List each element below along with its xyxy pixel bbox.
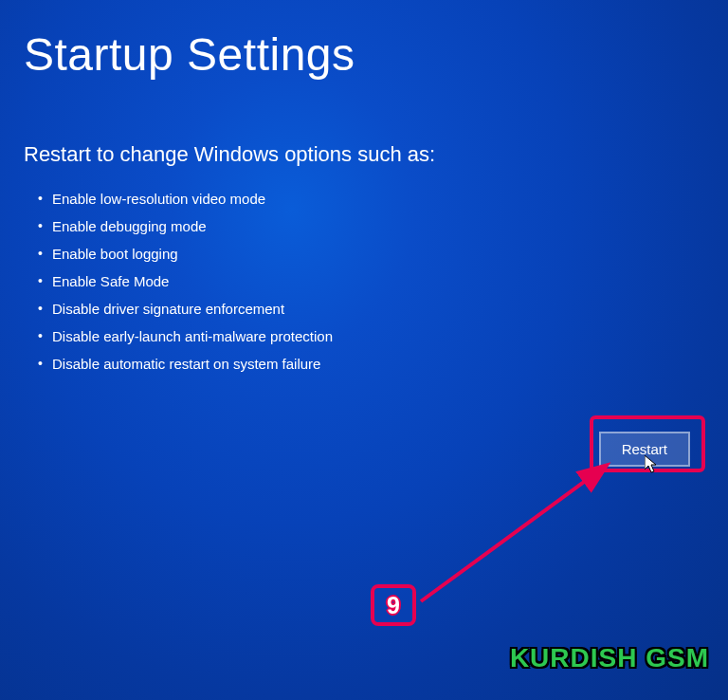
list-item: Disable driver signature enforcement <box>38 301 704 317</box>
page-subtitle: Restart to change Windows options such a… <box>24 142 704 167</box>
step-number-annotation: 9 <box>371 584 416 626</box>
arrow-annotation <box>417 461 616 603</box>
watermark-text: KURDISH GSM <box>510 643 709 673</box>
options-list: Enable low-resolution video mode Enable … <box>24 191 704 372</box>
svg-line-1 <box>421 467 605 601</box>
restart-button[interactable]: Restart <box>599 432 690 467</box>
list-item: Enable Safe Mode <box>38 273 704 289</box>
step-number-label: 9 <box>387 592 400 619</box>
list-item: Enable low-resolution video mode <box>38 191 704 207</box>
list-item: Disable early-launch anti-malware protec… <box>38 328 704 344</box>
list-item: Enable boot logging <box>38 246 704 262</box>
list-item: Enable debugging mode <box>38 218 704 234</box>
list-item: Disable automatic restart on system fail… <box>38 356 704 372</box>
page-title: Startup Settings <box>24 28 704 81</box>
